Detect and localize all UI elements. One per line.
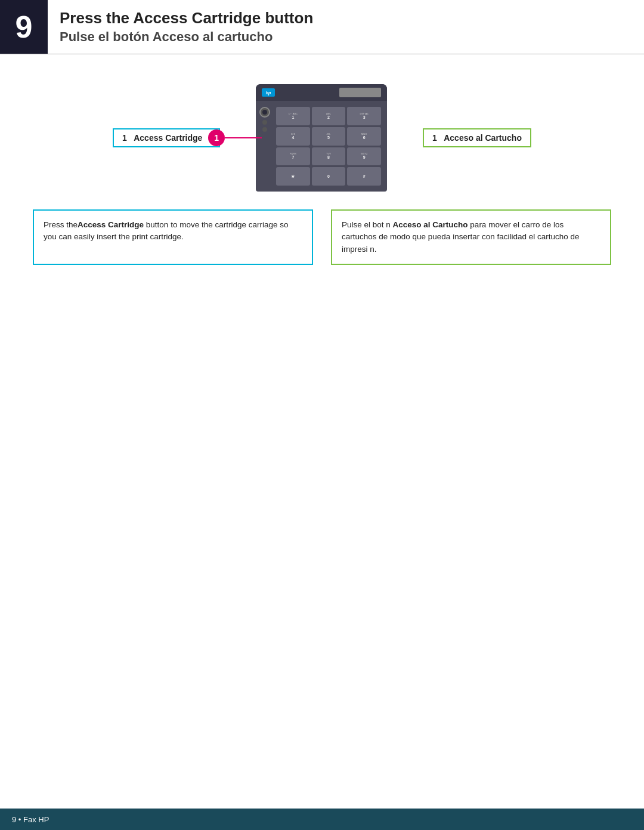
label-acceso-cartucho: 1 Acceso al Cartucho xyxy=(423,128,531,147)
desc-english: Press theAccess Cartridge button to move… xyxy=(33,209,313,265)
callout-line xyxy=(225,137,262,138)
key-1: 1← ABC 1 xyxy=(276,107,310,125)
hp-logo: hp xyxy=(262,88,275,97)
description-section: Press theAccess Cartridge button to move… xyxy=(33,209,611,265)
label-text-right: Acceso al Cartucho xyxy=(444,133,522,143)
device-keypad: 1← ABC 1 ABC 2 DEF ▶1 3 GHI xyxy=(274,104,383,188)
key-6: MNO 6 xyxy=(347,127,381,146)
device-left-controls xyxy=(259,104,270,188)
key-5: JKL 5 xyxy=(312,127,346,146)
key-3: DEF ▶1 3 xyxy=(347,107,381,125)
hp-device: hp xyxy=(256,84,387,192)
label-access-cartridge: 1 Access Cartridge xyxy=(113,128,220,147)
key-9: WXYZ 9 xyxy=(347,147,381,166)
key-hash: # xyxy=(347,167,381,186)
label-text-left: Access Cartridge xyxy=(134,133,202,143)
footer-text: 9 • Fax HP xyxy=(12,815,49,824)
title-spanish: Pulse el botón Acceso al cartucho xyxy=(60,29,313,46)
key-4: GHI 4 xyxy=(276,127,310,146)
label-number-right: 1 xyxy=(432,133,437,143)
power-button xyxy=(259,107,270,118)
title-english: Press the Access Cartridge button xyxy=(60,8,313,29)
step-number: 9 xyxy=(0,0,48,54)
page-header: 9 Press the Access Cartridge button Puls… xyxy=(0,0,644,54)
desc-es-bold: Acceso al Cartucho xyxy=(393,220,468,229)
callout-number: 1 xyxy=(208,129,225,146)
device-dot-1 xyxy=(262,120,267,125)
desc-es-prefix: Pulse el bot n xyxy=(342,220,393,229)
key-7: PQRS 7 xyxy=(276,147,310,166)
key-star: ★ xyxy=(276,167,310,186)
desc-en-bold: Access Cartridge xyxy=(78,220,144,229)
label-number-left: 1 xyxy=(122,133,127,143)
device-top-bar: hp xyxy=(256,84,387,101)
key-0: 0 xyxy=(312,167,346,186)
desc-en-prefix: Press the xyxy=(44,220,78,229)
diagram-section: 1 Access Cartridge 1 hp xyxy=(33,84,611,192)
header-titles: Press the Access Cartridge button Pulse … xyxy=(48,0,325,54)
power-inner xyxy=(262,110,267,115)
device-dot-2 xyxy=(262,127,267,132)
desc-spanish: Pulse el bot n Acceso al Cartucho para m… xyxy=(331,209,611,265)
hp-logo-text: hp xyxy=(266,91,271,95)
device-display xyxy=(339,88,381,97)
device-body: 1← ABC 1 ABC 2 DEF ▶1 3 GHI xyxy=(256,101,387,192)
main-content: 1 Access Cartridge 1 hp xyxy=(0,54,644,283)
key-8: TUV 8 xyxy=(312,147,346,166)
key-2: ABC 2 xyxy=(312,107,346,125)
device-illustration: 1 hp xyxy=(256,84,387,192)
page-footer: 9 • Fax HP xyxy=(0,809,644,830)
